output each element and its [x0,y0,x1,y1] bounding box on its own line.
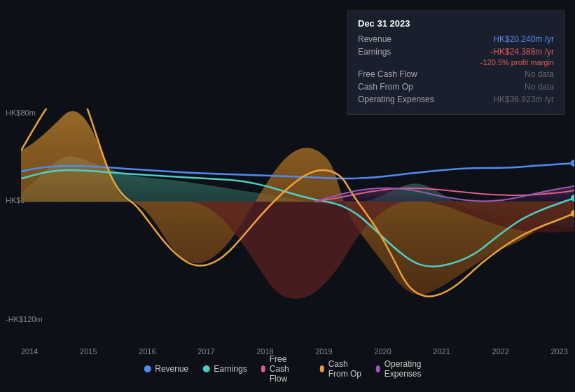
tooltip-row-fcf: Free Cash Flow No data [358,69,554,79]
tooltip-value-opex: HK$36.923m /yr [493,94,554,104]
tooltip-row-cashop: Cash From Op No data [358,82,554,92]
legend-label-cashop: Cash From Op [328,359,362,379]
tooltip-value-cashop: No data [525,82,554,92]
tooltip-title: Dec 31 2023 [358,18,554,29]
tooltip-box: Dec 31 2023 Revenue HK$20.240m /yr Earni… [347,10,564,115]
tooltip-label-opex: Operating Expenses [358,94,442,104]
x-label-2021: 2021 [433,347,450,356]
revenue-end-dot [571,160,574,167]
legend-dot-revenue [144,365,151,372]
x-label-2023: 2023 [550,347,567,356]
tooltip-value-earnings: -HK$24.388m /yr [490,47,554,57]
tooltip-label-cashop: Cash From Op [358,82,442,92]
legend-dot-opex [376,365,380,372]
tooltip-value-revenue: HK$20.240m /yr [493,34,554,44]
x-label-2015: 2015 [80,347,97,356]
legend-fcf[interactable]: Free Cash Flow [261,354,306,384]
legend-label-fcf: Free Cash Flow [270,354,306,384]
tooltip-row-revenue: Revenue HK$20.240m /yr [358,34,554,44]
legend-earnings[interactable]: Earnings [202,364,247,374]
tooltip-label-earnings: Earnings [358,47,442,57]
tooltip-row-opex: Operating Expenses HK$36.923m /yr [358,94,554,104]
chart-svg [21,108,574,326]
x-label-2014: 2014 [21,347,38,356]
legend-label-revenue: Revenue [155,364,188,374]
legend-dot-earnings [202,365,209,372]
tooltip-label-revenue: Revenue [358,34,442,44]
x-label-2022: 2022 [492,347,508,356]
legend-label-opex: Operating Expenses [385,359,431,379]
legend-opex[interactable]: Operating Expenses [376,359,431,379]
tooltip-row-earnings: Earnings -HK$24.388m /yr [358,47,554,57]
legend-dot-cashop [320,365,324,372]
profit-margin: -120.5% profit margin [358,58,554,66]
main-container: Dec 31 2023 Revenue HK$20.240m /yr Earni… [0,0,575,392]
legend-revenue[interactable]: Revenue [144,364,188,374]
tooltip-label-fcf: Free Cash Flow [358,69,442,79]
legend-dot-fcf [261,365,265,372]
legend-cashop[interactable]: Cash From Op [320,359,362,379]
chart-legend: Revenue Earnings Free Cash Flow Cash Fro… [144,354,431,384]
legend-label-earnings: Earnings [214,364,247,374]
tooltip-value-fcf: No data [525,69,554,79]
